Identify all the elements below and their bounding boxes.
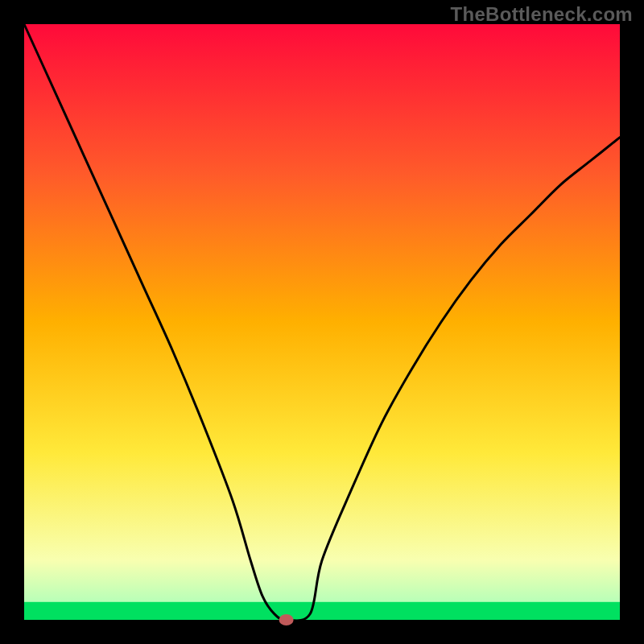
- plot-background: [24, 24, 620, 620]
- chart-container: TheBottleneck.com: [0, 0, 644, 644]
- watermark-text: TheBottleneck.com: [451, 3, 633, 26]
- bottleneck-chart: [0, 0, 644, 644]
- optimal-marker: [279, 614, 294, 625]
- green-band: [24, 602, 620, 620]
